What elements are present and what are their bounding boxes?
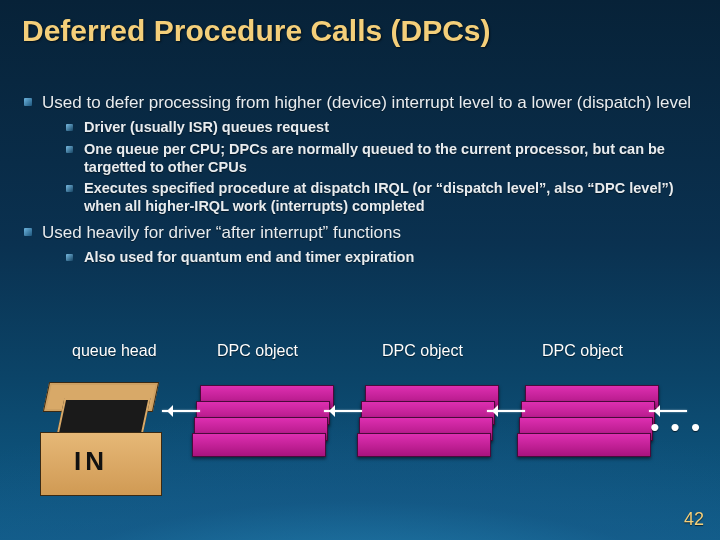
bullet-1-sub-2: One queue per CPU; DPCs are normally que… bbox=[66, 141, 698, 176]
dpc-label-2: DPC object bbox=[382, 342, 463, 360]
bullet-2: Used heavily for driver “after interrupt… bbox=[22, 222, 698, 267]
content-area: Used to defer processing from higher (de… bbox=[22, 92, 698, 273]
arrow-3 bbox=[487, 410, 525, 412]
queue-head-label: queue head bbox=[72, 342, 157, 360]
plate bbox=[357, 433, 491, 457]
dpc-stack-1 bbox=[192, 385, 324, 455]
slide-title: Deferred Procedure Calls (DPCs) bbox=[22, 14, 491, 48]
bullet-list: Used to defer processing from higher (de… bbox=[22, 92, 698, 267]
bullet-1-sub-1: Driver (usually ISR) queues request bbox=[66, 119, 698, 137]
bullet-2-sub-1: Also used for quantum end and timer expi… bbox=[66, 249, 698, 267]
ellipsis-icon: • • • bbox=[650, 412, 702, 443]
arrow-2 bbox=[324, 410, 362, 412]
page-number: 42 bbox=[684, 509, 704, 530]
dpc-stack-3 bbox=[517, 385, 649, 455]
diagram: queue head DPC object DPC object DPC obj… bbox=[22, 340, 698, 510]
bullet-2-text: Used heavily for driver “after interrupt… bbox=[42, 223, 401, 242]
arrow-1 bbox=[162, 410, 200, 412]
dpc-stack-2 bbox=[357, 385, 489, 455]
slide: Deferred Procedure Calls (DPCs) Used to … bbox=[0, 0, 720, 540]
bullet-1: Used to defer processing from higher (de… bbox=[22, 92, 698, 216]
queue-head-box: IN bbox=[40, 382, 160, 497]
dpc-label-3: DPC object bbox=[542, 342, 623, 360]
bullet-1-sub: Driver (usually ISR) queues request One … bbox=[42, 119, 698, 215]
in-label: IN bbox=[74, 446, 108, 477]
bullet-1-text: Used to defer processing from higher (de… bbox=[42, 93, 691, 112]
plate bbox=[517, 433, 651, 457]
dpc-label-1: DPC object bbox=[217, 342, 298, 360]
bullet-2-sub: Also used for quantum end and timer expi… bbox=[42, 249, 698, 267]
bullet-1-sub-3: Executes specified procedure at dispatch… bbox=[66, 180, 698, 215]
plate bbox=[192, 433, 326, 457]
